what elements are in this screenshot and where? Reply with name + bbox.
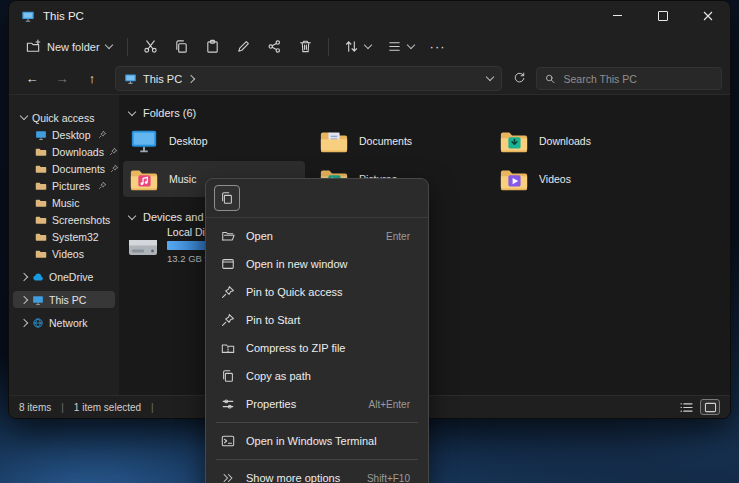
sidebar-item-this-pc[interactable]: This PC bbox=[13, 291, 115, 308]
folder-tile-label: Music bbox=[169, 173, 196, 185]
search-icon bbox=[545, 73, 556, 85]
window-controls bbox=[595, 1, 730, 30]
copy-button[interactable] bbox=[167, 34, 196, 59]
chevron-right-icon[interactable] bbox=[20, 295, 28, 303]
sidebar-item-videos[interactable]: Videos bbox=[13, 245, 115, 262]
breadcrumb[interactable]: This PC bbox=[143, 73, 182, 85]
new-window-icon bbox=[220, 257, 236, 271]
sidebar-item-network[interactable]: Network bbox=[13, 314, 115, 331]
search-input[interactable] bbox=[562, 72, 713, 86]
new-folder-button[interactable]: New folder bbox=[19, 34, 119, 59]
sidebar-item-screenshots[interactable]: Screenshots bbox=[13, 211, 115, 228]
this-pc-icon bbox=[21, 9, 35, 23]
context-menu-item-show-more-options[interactable]: Show more options Shift+F10 bbox=[210, 464, 424, 483]
chevron-right-icon[interactable] bbox=[20, 318, 28, 326]
new-folder-icon bbox=[26, 39, 41, 54]
sidebar-item-pictures[interactable]: Pictures bbox=[13, 177, 115, 194]
context-menu-item-pin-to-quick-access[interactable]: Pin to Quick access bbox=[210, 278, 424, 306]
sidebar-item-desktop[interactable]: Desktop bbox=[13, 126, 115, 143]
properties-icon bbox=[220, 397, 236, 411]
back-icon: ← bbox=[26, 71, 39, 86]
copy-button[interactable] bbox=[214, 185, 240, 211]
sidebar-item-music[interactable]: Music bbox=[13, 194, 115, 211]
context-menu-item-open-in-new-window[interactable]: Open in new window bbox=[210, 250, 424, 278]
open-icon bbox=[220, 229, 236, 243]
pin-icon bbox=[220, 313, 236, 327]
folder-tile-label: Documents bbox=[359, 135, 412, 147]
sidebar-item-onedrive[interactable]: OneDrive bbox=[13, 268, 115, 285]
chevron-right-icon[interactable] bbox=[20, 272, 28, 280]
share-icon bbox=[267, 39, 282, 54]
address-dropdown-icon[interactable] bbox=[486, 73, 494, 81]
folder-tile-videos[interactable]: Videos bbox=[493, 161, 675, 197]
menu-item-label: Open in Windows Terminal bbox=[246, 435, 377, 447]
videos-folder-icon bbox=[35, 248, 47, 260]
context-menu-item-compress-to-zip[interactable]: Compress to ZIP file bbox=[210, 334, 424, 362]
chevron-down-icon bbox=[406, 41, 414, 49]
menu-separator bbox=[216, 422, 418, 423]
context-menu-item-open[interactable]: Open Enter bbox=[210, 222, 424, 250]
sidebar-item-downloads[interactable]: Downloads bbox=[13, 143, 115, 160]
forward-button[interactable]: → bbox=[49, 68, 75, 90]
see-more-button[interactable]: ··· bbox=[423, 34, 453, 59]
back-button[interactable]: ← bbox=[19, 68, 45, 90]
copy-icon bbox=[220, 191, 234, 205]
minimize-icon bbox=[613, 15, 622, 16]
view-button[interactable] bbox=[380, 34, 421, 59]
search-box[interactable] bbox=[536, 67, 722, 90]
chevron-down-icon[interactable] bbox=[20, 112, 28, 120]
menu-item-label: Open in new window bbox=[246, 258, 348, 270]
cut-icon bbox=[143, 39, 158, 54]
sidebar-item-label: Pictures bbox=[52, 180, 90, 192]
folders-section-header[interactable]: Folders (6) bbox=[129, 107, 196, 119]
items-count: 8 items bbox=[19, 402, 51, 413]
more-icon: ··· bbox=[430, 39, 446, 54]
system32-folder-icon bbox=[35, 231, 47, 243]
rename-button[interactable] bbox=[229, 34, 258, 59]
folder-tile-label: Downloads bbox=[539, 135, 591, 147]
pin-icon bbox=[110, 164, 119, 173]
sidebar-item-documents[interactable]: Documents bbox=[13, 160, 115, 177]
share-button[interactable] bbox=[260, 34, 289, 59]
command-bar: New folder bbox=[9, 30, 730, 63]
paste-button[interactable] bbox=[198, 34, 227, 59]
menu-item-shortcut: Enter bbox=[386, 231, 414, 242]
chevron-down-icon[interactable] bbox=[128, 211, 136, 219]
sidebar-item-quick-access[interactable]: Quick access bbox=[13, 109, 115, 126]
context-menu-item-pin-to-start[interactable]: Pin to Start bbox=[210, 306, 424, 334]
menu-item-shortcut: Shift+F10 bbox=[367, 473, 414, 483]
refresh-button[interactable] bbox=[506, 68, 532, 90]
section-header-label: Folders (6) bbox=[143, 107, 196, 119]
copy-path-icon bbox=[220, 369, 236, 383]
documents-folder-icon bbox=[319, 126, 349, 156]
sort-button[interactable] bbox=[337, 34, 378, 59]
delete-button[interactable] bbox=[291, 34, 320, 59]
folder-tile-desktop[interactable]: Desktop bbox=[123, 123, 305, 159]
thumbnail-view-button[interactable] bbox=[700, 399, 720, 415]
titlebar: This PC bbox=[9, 1, 730, 30]
chevron-down-icon[interactable] bbox=[128, 107, 136, 115]
sidebar-item-label: Documents bbox=[52, 163, 105, 175]
maximize-icon bbox=[658, 11, 668, 21]
up-button[interactable]: ↑ bbox=[79, 68, 105, 90]
breadcrumb-chevron-icon[interactable] bbox=[187, 74, 195, 82]
folder-tile-downloads[interactable]: Downloads bbox=[493, 123, 675, 159]
address-bar[interactable]: This PC bbox=[115, 66, 502, 91]
folder-tile-label: Videos bbox=[539, 173, 571, 185]
close-button[interactable] bbox=[685, 1, 730, 30]
context-menu-item-copy-as-path[interactable]: Copy as path bbox=[210, 362, 424, 390]
menu-item-label: Show more options bbox=[246, 472, 340, 483]
details-view-button[interactable] bbox=[676, 399, 696, 415]
pin-icon bbox=[109, 147, 118, 156]
desktop-wallpaper: This PC New folder bbox=[0, 0, 739, 483]
cut-button[interactable] bbox=[136, 34, 165, 59]
context-menu-item-open-in-windows-terminal[interactable]: Open in Windows Terminal bbox=[210, 427, 424, 455]
maximize-button[interactable] bbox=[640, 1, 685, 30]
context-menu-item-properties[interactable]: Properties Alt+Enter bbox=[210, 390, 424, 418]
folder-tile-documents[interactable]: Documents bbox=[313, 123, 495, 159]
sidebar-item-system32[interactable]: System32 bbox=[13, 228, 115, 245]
refresh-icon bbox=[513, 72, 526, 85]
minimize-button[interactable] bbox=[595, 1, 640, 30]
desktop-icon bbox=[35, 129, 47, 141]
context-menu: Open Enter Open in new window Pin to Qui… bbox=[205, 178, 429, 483]
